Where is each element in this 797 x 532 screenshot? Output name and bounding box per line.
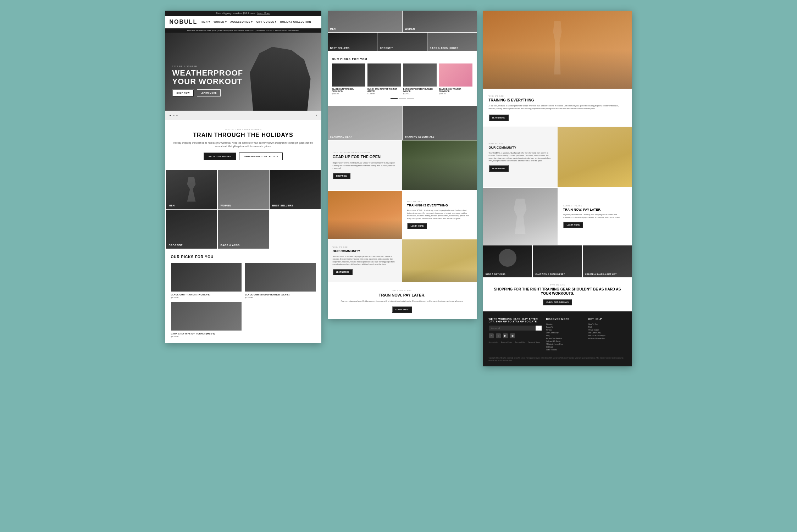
footer-link-returns[interactable]: Returns & Exchanges	[588, 334, 626, 337]
holidays-buttons: SHOP GIFT GUIDES SHOP HOLIDAY COLLECTION	[171, 153, 316, 160]
gear-finder-button[interactable]: CHECK OUT OUR FANS	[543, 299, 572, 305]
mid-cat-women[interactable]: WOMEN	[403, 11, 477, 32]
prog-2[interactable]	[399, 98, 406, 99]
right-tie-learn-more-button[interactable]: LEARN MORE	[489, 115, 509, 121]
footer-link-affiliate-help[interactable]: Affiliate & Home Gym	[588, 337, 626, 339]
footer-link-athletes[interactable]: Athletes	[546, 323, 584, 325]
category-crossfit[interactable]: CROSSFIT	[166, 210, 217, 249]
footer-link-how-to-buy[interactable]: How To Buy	[588, 323, 626, 325]
mid-pick-4[interactable]: BLACK DAISY TRAINER (WOMEN'S) $138.00	[439, 63, 472, 95]
comm-title: OUR COMMUNITY	[333, 249, 397, 253]
prog-1[interactable]	[391, 98, 398, 99]
nav-men[interactable]: MEN ▾	[201, 21, 210, 23]
mid-cat-bags[interactable]: BAGS & ACCS. SHOES	[427, 33, 477, 51]
mid-pick-img-3	[403, 63, 437, 87]
carousel-next[interactable]: ›	[316, 113, 317, 118]
mid-cat-men-label: MEN	[330, 28, 336, 30]
hero-section: 2022 FALL/WINTER WEATHERPROOFYOUR WORKOU…	[165, 33, 321, 111]
right-bottom-grid: SEND A GIFT CARD CHAT WITH A GEAR EXPERT…	[483, 245, 632, 277]
mid-cat-women-label: WOMEN	[405, 28, 415, 30]
right-comm-learn-more-button[interactable]: LEARN MORE	[489, 165, 509, 172]
gear-expert-label: CHAT WITH A GEAR EXPERT	[535, 273, 565, 276]
dot-2[interactable]	[173, 115, 175, 116]
mid-pick-2[interactable]: BLACK GUM RIPSTOP RUNNER (MEN'S) $138.00	[367, 63, 401, 95]
seasonal-label: SEASONAL GEAR	[330, 135, 353, 138]
twitter-icon[interactable]: t	[496, 333, 501, 338]
mid-pick-3[interactable]: DARK GREY RIPSTOP RUNNER (MEN'S) $139.00	[403, 63, 437, 95]
dot-3[interactable]	[176, 115, 178, 116]
nav-accessories[interactable]: ACCESSORIES ▾	[230, 21, 253, 23]
footer-email-input[interactable]	[489, 326, 536, 331]
hero-learn-more-button[interactable]: LEARN MORE	[197, 89, 221, 96]
hero-title: WEATHERPROOFYOUR WORKOUT	[172, 69, 243, 86]
nav-logo[interactable]: NOBULL	[170, 19, 198, 25]
mid-training-banner[interactable]: TRAINING ESSENTIALS	[403, 106, 477, 140]
comm-learn-more-button[interactable]: LEARN MORE	[333, 269, 353, 275]
right-comm-text: WHO WE ARE OUR COMMUNITY Team NOBULL is …	[483, 127, 558, 187]
holidays-description: Holiday shopping shouldn't be as hard as…	[171, 141, 316, 148]
footer: WE'RE WORKING HARD, DAY AFTER DAY. SIGN …	[483, 311, 632, 366]
pick-img-3	[171, 302, 242, 331]
pick-item-2[interactable]: BLACK GUM RIPSTOP RUNNER (MEN'S) $138.00	[245, 263, 316, 299]
footer-terms-sales[interactable]: Terms of Sales	[528, 341, 540, 343]
bottom-tile-gear-expert[interactable]: CHAT WITH A GEAR EXPERT	[533, 245, 582, 277]
cat-bags-label: BAGS & ACCS.	[221, 244, 241, 246]
right-tnpl-learn-more-button[interactable]: LEARN MORE	[563, 222, 583, 228]
category-bestsellers[interactable]: BEST SELLERS	[270, 170, 321, 209]
holidays-title: TRAIN THROUGH THE HOLIDAYS	[171, 132, 316, 138]
facebook-icon[interactable]: f	[489, 333, 494, 338]
mid-cat-crossfit[interactable]: CROSSFIT	[377, 33, 427, 51]
right-tnpl-section: PAYMENT PLANS TRAIN NOW. PAY LATER. Paym…	[483, 188, 632, 245]
bottom-tile-gift-card[interactable]: SEND A GIFT CARD	[483, 245, 532, 277]
footer-link-virtual-model[interactable]: Virtual Model	[588, 329, 626, 331]
mid-pick-name-3: DARK GREY RIPSTOP RUNNER (MEN'S)	[403, 88, 437, 92]
pick-item-3[interactable]: DARK GREY RIPSTOP RUNNER (MEN'S) $139.00	[171, 302, 242, 338]
category-men[interactable]: MEN	[166, 170, 217, 209]
mid-comm-text: WHO WE ARE OUR COMMUNITY Team NOBULL is …	[328, 239, 402, 282]
tie-learn-more-button[interactable]: LEARN MORE	[407, 223, 427, 229]
footer-link-crossfit[interactable]: CrossFit	[546, 326, 584, 328]
hero-shop-now-button[interactable]: SHOP NOW	[172, 89, 194, 96]
footer-link-affiliate[interactable]: Affiliate & Home Gym	[546, 343, 584, 345]
gear-up-shop-now-button[interactable]: SHOP NOW	[333, 173, 350, 179]
category-bags[interactable]: BAGS & ACCS.	[218, 210, 269, 249]
footer-link-blog[interactable]: Blog	[546, 334, 584, 337]
pick-img-2	[245, 263, 316, 292]
topbar-text: Free shipping on orders $99 & over.	[216, 12, 255, 15]
right-tnpl-title: TRAIN NOW. PAY LATER.	[563, 208, 626, 212]
footer-privacy[interactable]: Privacy Policy	[501, 341, 512, 343]
dot-1[interactable]	[170, 115, 171, 116]
footer-link-faq[interactable]: FAQ	[588, 326, 626, 328]
mid-tnpl-button[interactable]: LEARN MORE	[392, 306, 412, 313]
footer-link-fitness[interactable]: Fitness	[546, 329, 584, 331]
footer-link-our-community[interactable]: Our Community	[546, 332, 584, 334]
shop-holiday-collection-button[interactable]: SHOP HOLIDAY COLLECTION	[239, 153, 283, 160]
nav-holiday[interactable]: HOLIDAY COLLECTION	[280, 21, 311, 23]
mid-seasonal-banner[interactable]: SEASONAL GEAR	[328, 106, 402, 140]
mid-row2: BEST SELLERS CROSSFIT BAGS & ACCS. SHOES	[328, 33, 477, 51]
topbar-link[interactable]: Learn More.	[257, 12, 270, 15]
footer-grid: WE'RE WORKING HARD, DAY AFTER DAY. SIGN …	[489, 318, 626, 351]
instagram-icon[interactable]: ◉	[510, 333, 515, 338]
shop-gift-guides-button[interactable]: SHOP GIFT GUIDES	[204, 153, 237, 160]
youtube-icon[interactable]: ▶	[503, 333, 508, 338]
nav-women[interactable]: WOMEN ▾	[214, 21, 227, 23]
pick-item-1[interactable]: BLACK GUM TRAINER+ (WOMEN'S) $139.00	[171, 263, 242, 299]
footer-link-fitness-test[interactable]: Fitness Test Festival	[546, 337, 584, 339]
footer-accessibility[interactable]: Accessibility	[489, 341, 498, 343]
footer-email-submit[interactable]: →	[536, 326, 542, 331]
right-comm-image	[558, 127, 632, 187]
prog-3[interactable]	[407, 98, 414, 99]
mid-cat-men[interactable]: MEN	[328, 11, 402, 32]
bottom-tile-create-share[interactable]: CREATE & SHARE A GIFT LIST	[583, 245, 632, 277]
category-women[interactable]: WOMEN	[218, 170, 269, 209]
nav-gift-guides[interactable]: GIFT GUIDES ▾	[256, 21, 277, 23]
mid-pick-1[interactable]: BLACK GUM TRAINER+ (WOMEN'S) $139.00	[332, 63, 366, 95]
footer-link-gift-card[interactable]: Gift Card	[546, 346, 584, 348]
footer-link-holiday-guide[interactable]: Holiday Gift Guide	[546, 340, 584, 342]
footer-link-refer[interactable]: Refer A Friend	[546, 349, 584, 351]
holidays-eyebrow: 2022 HOLIDAY GIFT GUIDES	[171, 128, 316, 131]
mid-cat-bestsellers[interactable]: BEST SELLERS	[328, 33, 377, 51]
footer-link-community-help[interactable]: Our Community	[588, 332, 626, 334]
footer-terms-use[interactable]: Terms of Use	[515, 341, 525, 343]
